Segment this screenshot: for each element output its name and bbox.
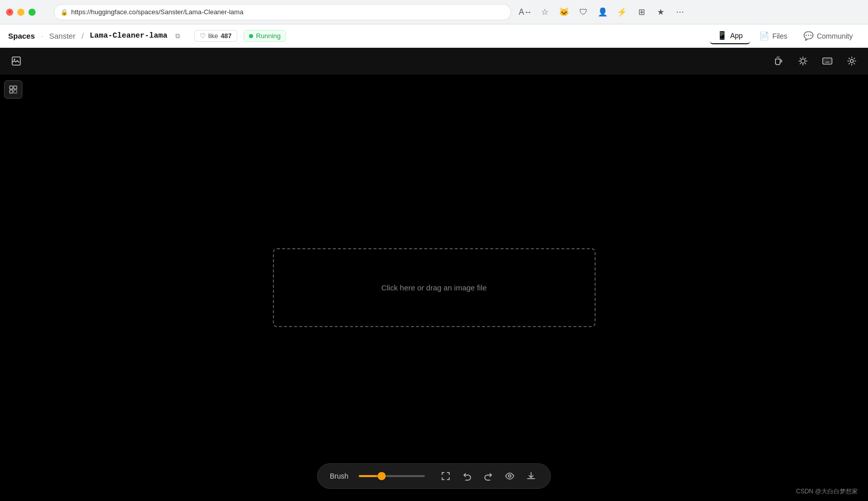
settings-icon-btn[interactable] (844, 53, 860, 69)
svg-point-20 (850, 60, 853, 63)
breadcrumb-repo[interactable]: Lama-Cleaner-lama (90, 32, 168, 40)
status-badge: Running (243, 30, 286, 42)
status-label: Running (256, 32, 281, 40)
like-button[interactable]: ♡ like 487 (194, 30, 237, 42)
browser-actions: A↔ ☆ 🐱 🛡 👤 ⚡ ⊞ ★ ⋯ (519, 6, 686, 18)
svg-point-2 (801, 59, 805, 63)
eye-btn[interactable] (503, 469, 517, 483)
nav-right: 📱 App 📄 Files 💬 Community (710, 27, 860, 44)
svg-rect-11 (823, 58, 832, 64)
tab-files-label: Files (772, 32, 788, 40)
undo-btn[interactable] (460, 469, 474, 483)
address-bar[interactable]: 🔒 https://huggingface.co/spaces/Sanster/… (54, 4, 511, 20)
redo-btn[interactable] (481, 469, 495, 483)
keyboard-icon-btn[interactable] (819, 53, 835, 69)
extension-icon-1[interactable]: 🐱 (558, 6, 570, 18)
svg-line-9 (805, 58, 805, 58)
minimize-button[interactable] (17, 9, 24, 16)
svg-line-10 (800, 63, 800, 64)
breadcrumb-slash: / (81, 32, 83, 40)
download-btn[interactable] (524, 469, 538, 483)
brush-slider-thumb[interactable] (378, 472, 386, 480)
canvas-area[interactable]: Click here or drag an image file (0, 74, 868, 501)
tab-app[interactable]: 📱 App (710, 27, 750, 44)
svg-point-1 (14, 58, 15, 60)
files-icon: 📄 (759, 31, 769, 41)
copy-icon[interactable]: ⧉ (174, 32, 182, 40)
hf-nav: Spaces · Sanster / Lama-Cleaner-lama ⧉ ♡… (0, 24, 868, 48)
bottom-toolbar-actions (439, 469, 538, 483)
favorites-icon[interactable]: ★ (655, 6, 667, 18)
tab-community-label: Community (817, 32, 853, 40)
app-toolbar-top (0, 48, 868, 74)
brush-label: Brush (330, 472, 349, 480)
extension-icon-2[interactable]: 🛡 (577, 6, 590, 18)
collections-icon[interactable]: ⋯ (674, 6, 686, 18)
close-button[interactable] (6, 9, 13, 16)
nav-separator: · (41, 32, 43, 40)
app-container: Click here or drag an image file Brush (0, 48, 868, 501)
svg-point-25 (509, 475, 511, 478)
drop-zone-text: Click here or drag an image file (381, 283, 487, 292)
brush-slider-container[interactable] (359, 475, 428, 477)
like-count: 487 (221, 32, 232, 40)
bookmark-icon[interactable]: ☆ (539, 6, 551, 18)
community-icon: 💬 (803, 31, 814, 41)
split-view-icon[interactable]: ⊞ (635, 6, 647, 18)
tab-app-label: App (730, 32, 743, 40)
spaces-label[interactable]: Spaces (8, 32, 35, 40)
image-icon-btn[interactable] (8, 53, 24, 69)
status-dot (249, 34, 253, 38)
app-toolbar-bottom: Brush (317, 463, 551, 489)
toolbar-right (770, 53, 860, 69)
brush-slider-track[interactable] (359, 475, 425, 477)
extension-icon-4[interactable]: ⚡ (616, 6, 628, 18)
browser-chrome: 🔒 https://huggingface.co/spaces/Sanster/… (0, 0, 868, 24)
tab-files[interactable]: 📄 Files (752, 28, 795, 44)
translate-icon[interactable]: A↔ (519, 6, 532, 18)
tab-community[interactable]: 💬 Community (796, 28, 860, 44)
sun-icon-btn[interactable] (795, 53, 811, 69)
lock-icon: 🔒 (60, 9, 68, 16)
svg-line-7 (800, 58, 800, 58)
drop-zone[interactable]: Click here or drag an image file (273, 248, 596, 327)
app-icon: 📱 (717, 31, 727, 40)
coffee-icon-btn[interactable] (770, 53, 787, 69)
extension-icon-3[interactable]: 👤 (597, 6, 609, 18)
fullscreen-btn[interactable] (439, 469, 453, 483)
url-text: https://huggingface.co/spaces/Sanster/La… (71, 8, 505, 16)
toolbar-left (8, 53, 24, 69)
like-label: like (208, 32, 219, 40)
maximize-button[interactable] (28, 9, 36, 16)
svg-line-8 (805, 63, 805, 64)
heart-icon: ♡ (200, 32, 206, 40)
breadcrumb-user[interactable]: Sanster (49, 32, 76, 40)
